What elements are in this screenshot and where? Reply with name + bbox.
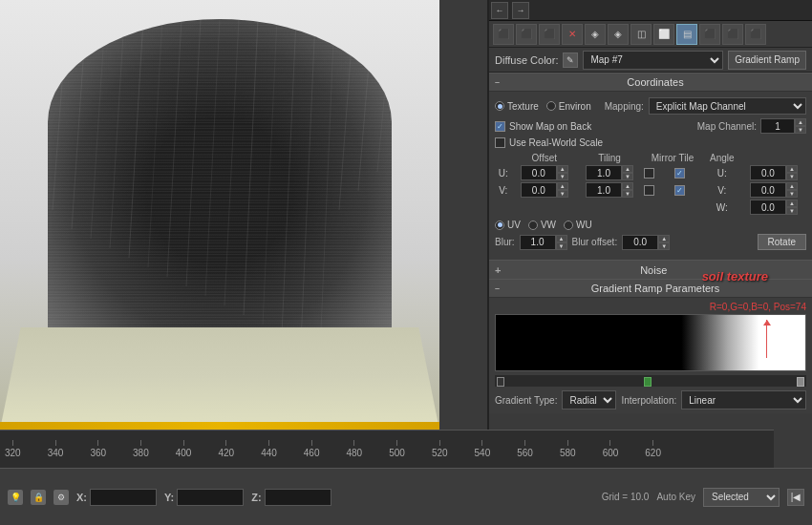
interpolation-select[interactable]: Linear Ease In Ease Out <box>681 390 806 410</box>
blur-offset-input[interactable] <box>622 235 658 250</box>
toolbar-icon-10[interactable]: ⬛ <box>699 24 720 45</box>
panel-back-button[interactable]: ← <box>491 2 508 19</box>
blur-offset-up[interactable]: ▲ <box>658 235 670 242</box>
tick-480: 480 <box>347 440 363 458</box>
map-channel-spinbox: ▲ ▼ <box>760 118 806 134</box>
u-angle-input[interactable] <box>750 165 786 180</box>
v-angle-input[interactable] <box>750 182 786 198</box>
v-offset-up[interactable]: ▲ <box>557 182 568 190</box>
blur-up[interactable]: ▲ <box>556 235 567 242</box>
coords-grid-table: Offset Tiling Mirror Tile Angle U: ▲ ▼ <box>495 152 806 216</box>
u-offset-down[interactable]: ▼ <box>557 173 568 180</box>
gradient-type-select[interactable]: Radial Linear <box>562 390 616 410</box>
environ-radio[interactable] <box>546 101 556 111</box>
w-angle-input[interactable] <box>750 200 786 215</box>
v-tiling-up[interactable]: ▲ <box>622 182 633 190</box>
environ-radio-option[interactable]: Environ <box>546 101 591 112</box>
show-map-checkbox[interactable] <box>495 121 505 132</box>
texture-radio-option[interactable]: Texture <box>495 101 539 112</box>
toolbar-row: ⬛ ⬛ ⬛ ✕ ◈ ◈ ◫ ⬜ ▤ ⬛ ⬛ ⬛ <box>489 21 812 48</box>
u-offset-input[interactable] <box>521 165 557 180</box>
v-tiling-input[interactable] <box>586 182 622 198</box>
u-tiling-up[interactable]: ▲ <box>622 165 633 173</box>
v-angle-up[interactable]: ▲ <box>786 182 798 190</box>
v-offset-input[interactable] <box>521 182 557 198</box>
u-mirror-checkbox2[interactable] <box>674 168 685 178</box>
tick-620: 620 <box>645 440 661 458</box>
panel-fwd-button[interactable]: → <box>512 2 529 19</box>
fur-strands-svg <box>48 19 392 363</box>
u-label-cell: U: <box>495 164 512 181</box>
u-row: U: ▲ ▼ <box>495 164 806 181</box>
mapping-label: Mapping: <box>605 101 644 112</box>
gradient-stop-right[interactable] <box>797 377 804 387</box>
w-angle-up[interactable]: ▲ <box>786 200 798 207</box>
u-tiling-down[interactable]: ▼ <box>622 173 633 180</box>
map-channel-up[interactable]: ▲ <box>795 118 806 126</box>
toolbar-icon-3[interactable]: ⬛ <box>539 24 560 45</box>
toolbar-icon-7[interactable]: ◫ <box>630 24 652 45</box>
v-tiling-down[interactable]: ▼ <box>622 190 633 198</box>
toolbar-icon-6[interactable]: ◈ <box>608 24 629 45</box>
x-input[interactable] <box>90 489 157 506</box>
map-channel-down[interactable]: ▼ <box>795 126 806 134</box>
uv-radio-option[interactable]: UV <box>495 220 521 230</box>
blur-offset-down[interactable]: ▼ <box>658 242 670 250</box>
v-mirror-checkbox2[interactable] <box>674 185 685 196</box>
blur-down[interactable]: ▼ <box>556 242 567 250</box>
map-select[interactable]: Map #7 <box>583 51 723 70</box>
gradient-ramp-button[interactable]: Gradient Ramp <box>728 51 806 70</box>
toolbar-icon-delete[interactable]: ✕ <box>562 24 583 45</box>
y-input[interactable] <box>177 489 244 506</box>
wu-radio[interactable] <box>564 220 573 230</box>
coordinates-section-header[interactable]: – Coordinates <box>489 73 812 92</box>
tick-560: 560 <box>517 440 533 458</box>
v-angle-down[interactable]: ▼ <box>786 190 798 198</box>
wu-radio-option[interactable]: WU <box>564 220 592 230</box>
z-input[interactable] <box>265 489 331 506</box>
toolbar-icon-11[interactable]: ⬛ <box>722 24 743 45</box>
gradient-stops-bar[interactable] <box>495 375 806 387</box>
v-offset-down[interactable]: ▼ <box>557 190 568 198</box>
texture-radio[interactable] <box>495 101 504 111</box>
toolbar-icon-active[interactable]: ▤ <box>676 24 697 45</box>
uv-radio[interactable] <box>495 220 504 230</box>
u-mirror-checkbox[interactable] <box>644 168 654 178</box>
v-mirror-check-cell <box>642 181 673 199</box>
blur-input[interactable] <box>520 235 556 250</box>
real-world-checkbox[interactable] <box>495 137 505 148</box>
toolbar-icon-1[interactable]: ⬛ <box>493 24 514 45</box>
u-angle-up[interactable]: ▲ <box>786 165 798 173</box>
gradient-stop-mid[interactable] <box>644 377 652 387</box>
gradient-ramp-preview[interactable] <box>495 314 806 371</box>
real-world-checkbox-option[interactable]: Use Real-World Scale <box>495 137 603 148</box>
vw-radio[interactable] <box>528 220 538 230</box>
eyedropper-icon[interactable]: ✎ <box>563 52 578 68</box>
map-channel-input[interactable] <box>760 118 795 134</box>
toolbar-icon-5[interactable]: ◈ <box>585 24 606 45</box>
nav-prev-button[interactable]: |◀ <box>787 489 804 506</box>
show-map-checkbox-option[interactable]: Show Map on Back <box>495 121 591 132</box>
svg-line-7 <box>186 19 201 286</box>
u-tiling-input[interactable] <box>586 165 622 180</box>
u-mirror-check-cell <box>642 164 673 181</box>
u-offset-up[interactable]: ▲ <box>557 165 568 173</box>
w-angle-down[interactable]: ▼ <box>786 207 798 215</box>
gradient-ramp-section-header[interactable]: – Gradient Ramp Parameters <box>489 279 812 298</box>
grid-info: Grid = 10.0 <box>602 492 650 502</box>
vw-radio-option[interactable]: VW <box>528 220 556 230</box>
toolbar-icon-12[interactable]: ⬛ <box>745 24 766 45</box>
gradient-stop-left[interactable] <box>497 377 504 387</box>
gradient-ramp-title: Gradient Ramp Parameters <box>504 283 806 294</box>
map-channel-label: Map Channel: <box>697 121 757 132</box>
u-angle-down[interactable]: ▼ <box>786 173 798 180</box>
v-label-cell: V: <box>495 181 512 199</box>
v-mirror-checkbox[interactable] <box>644 185 654 196</box>
toolbar-icon-2[interactable]: ⬛ <box>516 24 537 45</box>
selected-dropdown[interactable]: Selected <box>703 488 780 507</box>
rotate-button[interactable]: Rotate <box>758 234 806 250</box>
noise-section-header[interactable]: + Noise <box>489 260 812 279</box>
w-angle-arrows: ▲ ▼ <box>786 200 798 215</box>
toolbar-icon-8[interactable]: ⬜ <box>653 24 674 45</box>
mapping-select[interactable]: Explicit Map Channel <box>649 97 806 115</box>
